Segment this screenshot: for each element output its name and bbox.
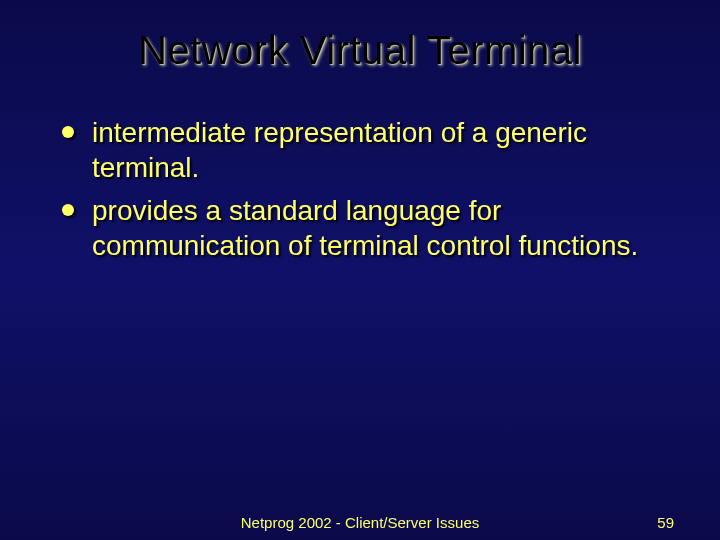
list-item: provides a standard language for communi…: [58, 193, 670, 263]
list-item: intermediate representation of a generic…: [58, 115, 670, 185]
bullet-list: intermediate representation of a generic…: [50, 115, 670, 263]
page-number: 59: [657, 514, 674, 531]
slide: Network Virtual Terminal intermediate re…: [0, 0, 720, 540]
footer-text: Netprog 2002 - Client/Server Issues: [241, 514, 479, 531]
slide-title: Network Virtual Terminal: [50, 28, 670, 73]
